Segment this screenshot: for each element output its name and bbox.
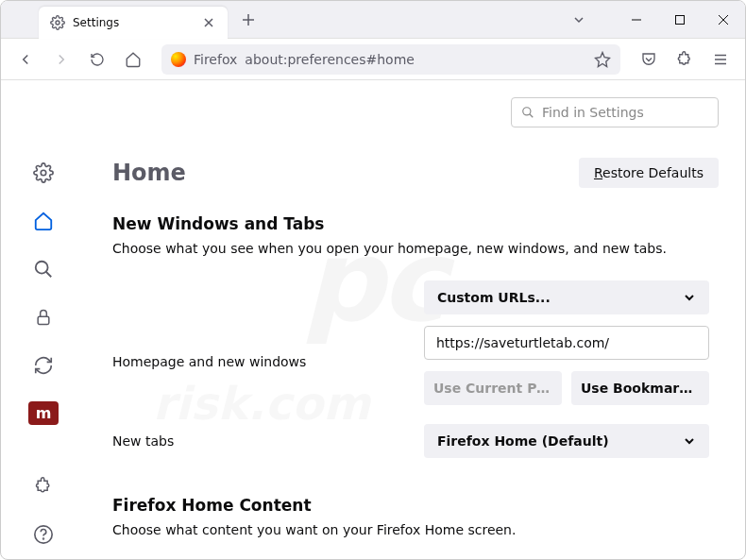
section-title-home-content: Firefox Home Content [112,496,719,515]
url-text: about:preferences#home [245,52,586,67]
svg-point-6 [43,538,44,539]
svg-rect-4 [38,316,49,324]
homepage-url-input[interactable] [424,326,709,360]
homepage-select-value: Custom URLs... [437,290,551,305]
close-tab-button[interactable] [201,15,216,30]
sidebar-sync[interactable] [28,354,59,378]
use-current-pages-button[interactable]: Use Current Pages [424,371,562,405]
minimize-button[interactable] [615,1,658,39]
new-tab-button[interactable] [235,7,262,33]
app-menu-button[interactable] [705,44,736,75]
firefox-logo-icon [171,52,186,67]
maximize-button[interactable] [658,1,702,39]
sidebar-help[interactable] [28,522,59,546]
newtabs-label: New tabs [112,433,405,449]
sidebar-addons[interactable] [28,474,59,498]
svg-point-0 [56,21,59,25]
extensions-button[interactable] [670,44,700,75]
page-title: Home [112,160,186,186]
gear-icon [50,15,65,30]
sidebar-privacy[interactable] [28,306,59,330]
svg-point-2 [41,171,46,177]
sidebar-search[interactable] [28,258,59,281]
section-desc-home-content: Choose what content you want on your Fir… [112,522,719,537]
section-desc-new-windows: Choose what you see when you open your h… [112,241,719,256]
svg-point-7 [523,108,531,115]
url-bar[interactable]: Firefox about:preferences#home [161,44,620,75]
chevron-down-icon [683,291,696,304]
use-bookmark-button[interactable]: Use Bookmark… [571,371,709,405]
browser-tab[interactable]: Settings [39,7,228,39]
sidebar-extension[interactable]: m [28,401,59,425]
newtabs-select[interactable]: Firefox Home (Default) [424,424,709,458]
settings-search-input[interactable] [542,105,708,120]
homepage-select[interactable]: Custom URLs... [424,280,709,314]
svg-point-3 [36,262,48,274]
sidebar-home[interactable] [28,210,59,233]
tab-title: Settings [73,16,194,29]
sidebar-general[interactable] [28,161,59,185]
chevron-down-icon [683,434,696,448]
homepage-label: Homepage and new windows [112,354,405,369]
tab-list-button[interactable] [562,1,596,39]
section-title-new-windows: New Windows and Tabs [112,214,719,233]
pocket-button[interactable] [634,44,664,75]
search-icon [521,106,534,119]
back-button[interactable] [10,44,41,75]
forward-button[interactable] [46,44,76,75]
bookmark-star-icon[interactable] [594,51,611,68]
home-button[interactable] [118,44,148,75]
close-window-button[interactable] [702,1,745,39]
svg-rect-1 [676,15,685,24]
url-prefix: Firefox [194,52,237,67]
restore-defaults-button[interactable]: Restore Defaults [579,158,719,188]
newtabs-select-value: Firefox Home (Default) [437,433,609,449]
reload-button[interactable] [82,44,112,75]
settings-search-box[interactable] [511,97,719,127]
